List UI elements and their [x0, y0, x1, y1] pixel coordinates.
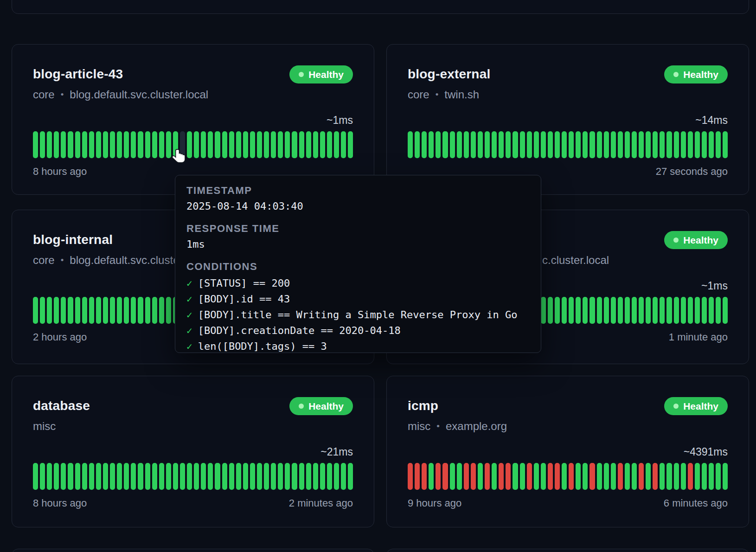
uptime-bar[interactable]	[478, 463, 483, 490]
uptime-bar[interactable]	[110, 463, 115, 490]
uptime-bar[interactable]	[166, 131, 171, 158]
uptime-bar[interactable]	[415, 463, 420, 490]
uptime-bar[interactable]	[278, 463, 283, 490]
uptime-bar[interactable]	[408, 131, 413, 158]
uptime-bar[interactable]	[695, 297, 700, 324]
uptime-bar[interactable]	[520, 131, 525, 158]
uptime-bar[interactable]	[681, 297, 686, 324]
uptime-bar[interactable]	[674, 131, 679, 158]
uptime-bar[interactable]	[124, 131, 129, 158]
uptime-bar[interactable]	[660, 297, 665, 324]
uptime-bar[interactable]	[320, 131, 325, 158]
uptime-bar[interactable]	[47, 131, 52, 158]
uptime-bar[interactable]	[208, 463, 213, 490]
uptime-bar[interactable]	[527, 463, 532, 490]
uptime-bar[interactable]	[639, 463, 644, 490]
uptime-bar[interactable]	[145, 297, 150, 324]
uptime-bar[interactable]	[485, 463, 490, 490]
uptime-bar[interactable]	[716, 463, 721, 490]
uptime-bar[interactable]	[492, 463, 497, 490]
uptime-bar[interactable]	[89, 297, 94, 324]
endpoint-card-icmp[interactable]: icmp Healthy misc • example.org ~4391ms …	[386, 376, 749, 527]
uptime-bar[interactable]	[96, 463, 101, 490]
uptime-bar[interactable]	[562, 297, 567, 324]
uptime-bar[interactable]	[576, 463, 581, 490]
uptime-bar[interactable]	[688, 131, 693, 158]
uptime-bar[interactable]	[348, 131, 353, 158]
uptime-bar[interactable]	[541, 463, 546, 490]
uptime-bar[interactable]	[292, 463, 297, 490]
uptime-bar[interactable]	[215, 463, 220, 490]
uptime-bar[interactable]	[666, 463, 672, 490]
uptime-bar[interactable]	[471, 463, 476, 490]
uptime-bar[interactable]	[625, 131, 630, 158]
uptime-bar[interactable]	[250, 463, 255, 490]
uptime-bar[interactable]	[194, 131, 199, 158]
uptime-bar[interactable]	[334, 131, 339, 158]
uptime-bar[interactable]	[145, 131, 150, 158]
uptime-bar[interactable]	[499, 131, 504, 158]
uptime-bar[interactable]	[442, 131, 448, 158]
uptime-bar[interactable]	[33, 297, 38, 324]
uptime-bar[interactable]	[271, 463, 276, 490]
uptime-bar[interactable]	[541, 297, 546, 324]
uptime-bar[interactable]	[688, 297, 693, 324]
uptime-bar[interactable]	[75, 297, 80, 324]
uptime-bar[interactable]	[562, 131, 567, 158]
uptime-bar[interactable]	[320, 463, 325, 490]
endpoint-card-blog-external[interactable]: blog-external Healthy core • twin.sh ~14…	[386, 44, 749, 195]
uptime-bar[interactable]	[341, 463, 346, 490]
uptime-bar[interactable]	[485, 131, 490, 158]
uptime-bar[interactable]	[499, 463, 504, 490]
uptime-bar[interactable]	[569, 131, 574, 158]
uptime-bar[interactable]	[341, 131, 346, 158]
endpoint-card-database[interactable]: database Healthy misc ~21ms 8 hours ago …	[12, 376, 374, 527]
uptime-bar[interactable]	[264, 131, 269, 158]
uptime-bar[interactable]	[555, 463, 560, 490]
uptime-bar[interactable]	[716, 131, 721, 158]
uptime-bar[interactable]	[611, 297, 616, 324]
uptime-bar[interactable]	[117, 463, 122, 490]
uptime-bar[interactable]	[513, 131, 518, 158]
uptime-bar[interactable]	[506, 463, 511, 490]
uptime-bar[interactable]	[292, 131, 297, 158]
uptime-bar[interactable]	[450, 463, 455, 490]
uptime-bar[interactable]	[278, 131, 283, 158]
uptime-bar[interactable]	[681, 131, 686, 158]
uptime-bar[interactable]	[429, 131, 434, 158]
uptime-bar[interactable]	[632, 297, 637, 324]
uptime-bar[interactable]	[54, 463, 59, 490]
uptime-bar[interactable]	[695, 463, 700, 490]
uptime-bar[interactable]	[61, 297, 66, 324]
uptime-bar[interactable]	[40, 131, 45, 158]
uptime-bar[interactable]	[702, 297, 707, 324]
uptime-bar[interactable]	[520, 463, 525, 490]
uptime-bar[interactable]	[152, 297, 157, 324]
uptime-bar[interactable]	[548, 463, 553, 490]
uptime-bar[interactable]	[604, 297, 609, 324]
uptime-bar[interactable]	[124, 297, 129, 324]
uptime-bar[interactable]	[222, 131, 227, 158]
uptime-bar[interactable]	[450, 131, 455, 158]
uptime-bar[interactable]	[285, 131, 290, 158]
uptime-bar[interactable]	[674, 463, 679, 490]
uptime-bar[interactable]	[695, 131, 700, 158]
uptime-bar[interactable]	[131, 297, 136, 324]
uptime-bar[interactable]	[589, 463, 595, 490]
uptime-bar[interactable]	[625, 297, 630, 324]
uptime-bar[interactable]	[47, 463, 52, 490]
uptime-bar[interactable]	[429, 463, 434, 490]
uptime-bar[interactable]	[152, 463, 157, 490]
uptime-bar[interactable]	[33, 463, 38, 490]
uptime-bar[interactable]	[653, 463, 658, 490]
uptime-bar[interactable]	[159, 297, 164, 324]
uptime-bar[interactable]	[89, 131, 94, 158]
uptime-bar[interactable]	[117, 297, 122, 324]
uptime-bar[interactable]	[611, 131, 616, 158]
uptime-bar[interactable]	[513, 463, 518, 490]
uptime-bar[interactable]	[716, 297, 721, 324]
uptime-bar[interactable]	[709, 463, 714, 490]
uptime-bar[interactable]	[618, 297, 623, 324]
uptime-bar[interactable]	[597, 463, 602, 490]
uptime-bar[interactable]	[271, 131, 276, 158]
